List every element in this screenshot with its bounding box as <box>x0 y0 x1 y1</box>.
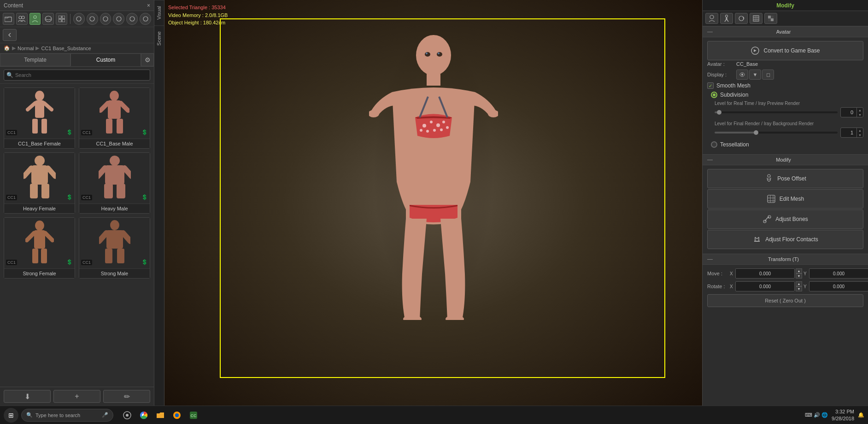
add-button[interactable]: + <box>53 390 100 403</box>
circle-btn-4[interactable] <box>113 13 124 25</box>
circle-btn-6[interactable] <box>140 13 151 25</box>
transform-section-content: Move : X ▲ ▼ Y ▲ <box>703 265 868 311</box>
move-x-input[interactable] <box>735 268 795 279</box>
realtime-spin-arrows: ▲ ▼ <box>856 108 863 117</box>
taskbar-notification-icon[interactable]: 🔔 <box>858 412 864 418</box>
windows-start-button[interactable]: ⊞ <box>4 408 18 423</box>
list-item[interactable]: CC1 💲 CC1_Base Female <box>4 87 75 149</box>
final-spin-up[interactable]: ▲ <box>857 128 863 133</box>
realtime-spin-input[interactable]: 0 ▲ ▼ <box>840 107 863 117</box>
rotate-x-up[interactable]: ▲ <box>796 281 802 286</box>
search-input[interactable] <box>4 70 150 81</box>
download-button[interactable]: ⬇ <box>4 390 51 403</box>
move-x-down[interactable]: ▼ <box>796 273 802 279</box>
content-close-icon[interactable]: × <box>147 2 150 9</box>
rotate-x-down[interactable]: ▼ <box>796 286 802 291</box>
mask-icon[interactable] <box>42 13 54 25</box>
rotate-icon[interactable] <box>735 13 748 24</box>
move-x-up[interactable]: ▲ <box>796 268 802 273</box>
avatar-label: Avatar : <box>707 61 733 67</box>
move-label: Move : <box>707 271 728 276</box>
svg-point-15 <box>35 91 44 101</box>
realtime-slider-track[interactable] <box>715 111 838 113</box>
edit-button[interactable]: ✏ <box>103 390 150 403</box>
avatar-collapse-icon[interactable]: — <box>707 29 713 35</box>
arrow-left-icon[interactable] <box>3 29 17 41</box>
taskbar-app-explorer[interactable] <box>153 408 168 423</box>
item-badge: CC1 <box>6 195 17 200</box>
side-tab-scene[interactable]: Scene <box>154 25 164 51</box>
list-item[interactable]: CC1 💲 Strong Female <box>4 217 75 279</box>
breadcrumb-normal[interactable]: Normal <box>18 46 34 51</box>
avatar-section-content: Convert to Game Base Avatar : CC_Base Di… <box>703 37 868 154</box>
adjust-floor-contacts-button[interactable]: Adjust Floor Contacts <box>707 230 863 249</box>
taskbar-apps: CC <box>120 408 201 423</box>
edit-mesh-button[interactable]: Edit Mesh <box>707 189 863 209</box>
checkerboard-icon[interactable] <box>764 13 777 24</box>
item-badge-icon: 💲 <box>66 194 73 200</box>
taskbar-app-cortana[interactable] <box>120 408 135 423</box>
svg-point-27 <box>35 156 45 166</box>
final-slider-track[interactable] <box>715 132 838 134</box>
move-y-input[interactable] <box>809 268 868 279</box>
taskbar-app-cc4[interactable]: CC <box>186 408 201 423</box>
breadcrumb-home-icon[interactable]: 🏠 <box>4 45 10 51</box>
convert-to-game-base-button[interactable]: Convert to Game Base <box>707 41 863 60</box>
item-badge: CC1 <box>6 130 17 135</box>
reset-zero-out-button[interactable]: Reset ( Zero Out ) <box>707 294 863 307</box>
circle-btn-1[interactable] <box>73 13 85 25</box>
svg-rect-82 <box>771 18 774 21</box>
realtime-spin-up[interactable]: ▲ <box>857 108 863 112</box>
people-icon[interactable] <box>16 13 28 25</box>
display-down-button[interactable]: ▼ <box>749 70 761 80</box>
tessellation-label: Tessellation <box>720 141 749 148</box>
toolbar-row <box>0 11 154 27</box>
list-item[interactable]: CC1 💲 Strong Male <box>79 217 150 279</box>
taskbar-app-firefox[interactable] <box>170 408 184 423</box>
svg-rect-53 <box>427 74 440 86</box>
list-item[interactable]: CC1 💲 Heavy Female <box>4 152 75 214</box>
taskbar-microphone-icon[interactable]: 🎤 <box>102 412 108 418</box>
tab-custom[interactable]: Custom <box>70 53 141 66</box>
walk-icon[interactable] <box>720 13 733 24</box>
grid-icon[interactable] <box>750 13 762 24</box>
circle-btn-3[interactable] <box>100 13 111 25</box>
folder-icon[interactable] <box>3 13 14 25</box>
move-y-field: Y ▲ ▼ <box>803 268 868 279</box>
taskbar-search-box[interactable]: 🔍 Type here to search 🎤 <box>21 409 113 422</box>
smooth-mesh-checkbox[interactable]: ✓ <box>707 82 714 89</box>
transform-collapse-icon[interactable]: — <box>707 256 713 262</box>
svg-point-64 <box>420 129 422 132</box>
list-item[interactable]: CC1 💲 Heavy Male <box>79 152 150 214</box>
svg-point-14 <box>143 17 148 21</box>
realtime-spin-down[interactable]: ▼ <box>857 112 863 117</box>
circle-btn-2[interactable] <box>87 13 98 25</box>
grid-view-icon[interactable] <box>56 13 67 25</box>
display-eye-button[interactable] <box>736 70 748 80</box>
pose-offset-button[interactable]: Pose Offset <box>707 169 863 188</box>
tab-template[interactable]: Template <box>0 53 70 66</box>
rotate-x-input[interactable] <box>735 281 795 291</box>
subdivision-radio[interactable] <box>711 92 717 98</box>
content-header: Content × <box>0 0 154 11</box>
circle-btn-5[interactable] <box>126 13 138 25</box>
tessellation-radio[interactable] <box>711 141 717 148</box>
avatar-icon[interactable] <box>29 13 41 25</box>
rotate-y-input[interactable] <box>809 281 868 291</box>
final-spin-down[interactable]: ▼ <box>857 133 863 137</box>
realtime-label: Level for Real Time / Iray Preview Rende… <box>715 101 863 106</box>
right-panel-header: Modify <box>703 0 868 11</box>
adjust-bones-button[interactable]: Adjust Bones <box>707 209 863 229</box>
list-item[interactable]: CC1 💲 CC1_Base Male <box>79 87 150 149</box>
final-spin-input[interactable]: 1 ▲ ▼ <box>840 128 863 138</box>
display-square-button[interactable]: ◻ <box>762 70 774 80</box>
modify-collapse-icon[interactable]: — <box>707 157 713 163</box>
side-tab-visual[interactable]: Visual <box>154 0 164 25</box>
taskbar-app-chrome[interactable] <box>136 408 151 423</box>
avatar-prop-row: Avatar : CC_Base <box>707 61 863 67</box>
right-panel-title: Modify <box>776 2 794 9</box>
tab-settings-icon[interactable]: ⚙ <box>141 53 154 66</box>
selected-triangle-info: Selected Triangle : 35334 <box>168 4 228 12</box>
realtime-slider-row: Level for Real Time / Iray Preview Rende… <box>707 101 863 117</box>
person-icon[interactable] <box>705 13 718 24</box>
